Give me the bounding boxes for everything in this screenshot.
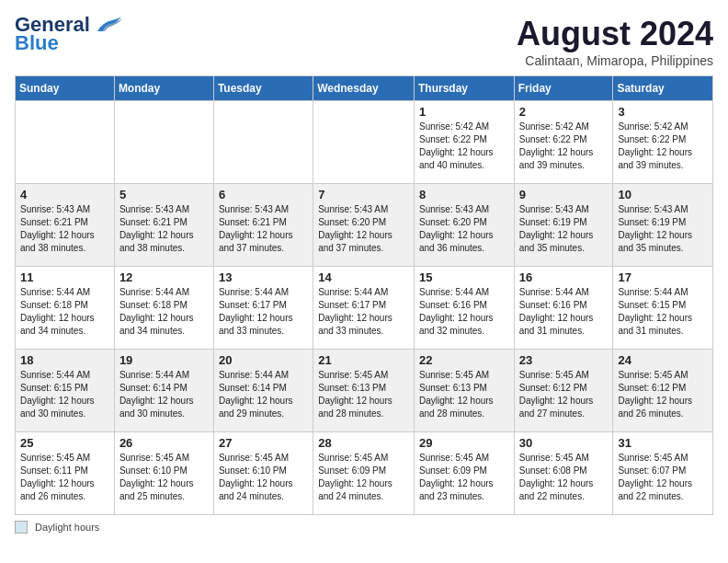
calendar-cell: 9Sunrise: 5:43 AM Sunset: 6:19 PM Daylig…: [514, 184, 613, 267]
calendar-cell: 18Sunrise: 5:44 AM Sunset: 6:15 PM Dayli…: [16, 350, 115, 432]
day-header-friday: Friday: [514, 76, 613, 101]
day-number: 9: [519, 188, 609, 201]
calendar-cell: 13Sunrise: 5:44 AM Sunset: 6:17 PM Dayli…: [213, 267, 313, 350]
calendar-cell: 12Sunrise: 5:44 AM Sunset: 6:18 PM Dayli…: [114, 267, 213, 350]
day-number: 26: [119, 436, 209, 450]
day-number: 2: [519, 105, 609, 119]
month-year-title: August 2024: [517, 15, 713, 53]
calendar-week-row: 18Sunrise: 5:44 AM Sunset: 6:15 PM Dayli…: [16, 350, 713, 432]
legend-box: [15, 521, 28, 534]
calendar-cell: [114, 101, 213, 184]
calendar-week-row: 25Sunrise: 5:45 AM Sunset: 6:11 PM Dayli…: [16, 432, 713, 515]
day-number: 4: [20, 188, 109, 201]
day-info: Sunrise: 5:45 AM Sunset: 6:12 PM Dayligh…: [618, 369, 708, 420]
calendar-week-row: 11Sunrise: 5:44 AM Sunset: 6:18 PM Dayli…: [16, 267, 713, 350]
calendar-cell: 3Sunrise: 5:42 AM Sunset: 6:22 PM Daylig…: [613, 101, 713, 184]
calendar-cell: 25Sunrise: 5:45 AM Sunset: 6:11 PM Dayli…: [16, 432, 115, 515]
day-info: Sunrise: 5:42 AM Sunset: 6:22 PM Dayligh…: [519, 121, 609, 172]
calendar-cell: 21Sunrise: 5:45 AM Sunset: 6:13 PM Dayli…: [313, 350, 415, 432]
day-info: Sunrise: 5:43 AM Sunset: 6:19 PM Dayligh…: [618, 203, 708, 255]
calendar-cell: [313, 101, 415, 184]
day-info: Sunrise: 5:44 AM Sunset: 6:17 PM Dayligh…: [318, 286, 409, 338]
legend-label: Daylight hours: [35, 522, 99, 533]
calendar-cell: 7Sunrise: 5:43 AM Sunset: 6:20 PM Daylig…: [313, 184, 415, 267]
calendar-cell: 2Sunrise: 5:42 AM Sunset: 6:22 PM Daylig…: [514, 101, 613, 184]
day-number: 24: [618, 353, 708, 367]
day-number: 5: [119, 188, 209, 201]
calendar-cell: 8Sunrise: 5:43 AM Sunset: 6:20 PM Daylig…: [414, 184, 514, 267]
day-number: 30: [519, 436, 609, 450]
day-info: Sunrise: 5:42 AM Sunset: 6:22 PM Dayligh…: [618, 121, 708, 172]
day-header-tuesday: Tuesday: [213, 76, 313, 101]
day-info: Sunrise: 5:45 AM Sunset: 6:07 PM Dayligh…: [618, 452, 708, 503]
calendar-cell: 15Sunrise: 5:44 AM Sunset: 6:16 PM Dayli…: [414, 267, 514, 350]
day-number: 16: [519, 270, 609, 284]
logo-bird-icon: [94, 15, 123, 35]
logo-text-blue: Blue: [15, 31, 59, 55]
day-number: 27: [219, 436, 308, 450]
calendar-cell: 5Sunrise: 5:43 AM Sunset: 6:21 PM Daylig…: [114, 184, 213, 267]
calendar-cell: 10Sunrise: 5:43 AM Sunset: 6:19 PM Dayli…: [613, 184, 713, 267]
day-number: 22: [419, 353, 509, 367]
legend: Daylight hours: [15, 521, 713, 534]
day-number: 15: [419, 270, 509, 284]
day-info: Sunrise: 5:44 AM Sunset: 6:18 PM Dayligh…: [20, 286, 109, 338]
day-info: Sunrise: 5:42 AM Sunset: 6:22 PM Dayligh…: [419, 121, 509, 172]
day-number: 14: [318, 270, 409, 284]
calendar-cell: 30Sunrise: 5:45 AM Sunset: 6:08 PM Dayli…: [514, 432, 613, 515]
day-info: Sunrise: 5:44 AM Sunset: 6:17 PM Dayligh…: [219, 286, 308, 338]
day-info: Sunrise: 5:44 AM Sunset: 6:14 PM Dayligh…: [119, 369, 209, 420]
day-info: Sunrise: 5:43 AM Sunset: 6:20 PM Dayligh…: [318, 203, 409, 255]
calendar-cell: 26Sunrise: 5:45 AM Sunset: 6:10 PM Dayli…: [114, 432, 213, 515]
calendar-table: SundayMondayTuesdayWednesdayThursdayFrid…: [15, 75, 713, 515]
day-info: Sunrise: 5:45 AM Sunset: 6:13 PM Dayligh…: [318, 369, 409, 420]
day-number: 28: [318, 436, 409, 450]
day-info: Sunrise: 5:44 AM Sunset: 6:14 PM Dayligh…: [219, 369, 308, 420]
calendar-week-row: 4Sunrise: 5:43 AM Sunset: 6:21 PM Daylig…: [16, 184, 713, 267]
day-info: Sunrise: 5:44 AM Sunset: 6:15 PM Dayligh…: [618, 286, 708, 338]
calendar-cell: 14Sunrise: 5:44 AM Sunset: 6:17 PM Dayli…: [313, 267, 415, 350]
day-number: 8: [419, 188, 509, 201]
day-number: 7: [318, 188, 409, 201]
day-number: 20: [219, 353, 308, 367]
calendar-cell: 19Sunrise: 5:44 AM Sunset: 6:14 PM Dayli…: [114, 350, 213, 432]
day-info: Sunrise: 5:43 AM Sunset: 6:20 PM Dayligh…: [419, 203, 509, 255]
day-info: Sunrise: 5:43 AM Sunset: 6:21 PM Dayligh…: [20, 203, 109, 255]
day-number: 13: [219, 270, 308, 284]
calendar-cell: 31Sunrise: 5:45 AM Sunset: 6:07 PM Dayli…: [613, 432, 713, 515]
day-number: 1: [419, 105, 509, 119]
day-info: Sunrise: 5:45 AM Sunset: 6:09 PM Dayligh…: [419, 452, 509, 503]
day-number: 3: [618, 105, 708, 119]
calendar-cell: [213, 101, 313, 184]
day-info: Sunrise: 5:45 AM Sunset: 6:10 PM Dayligh…: [219, 452, 308, 503]
day-number: 29: [419, 436, 509, 450]
day-number: 17: [618, 270, 708, 284]
day-number: 31: [618, 436, 708, 450]
title-section: August 2024 Calintaan, Mimaropa, Philipp…: [517, 15, 713, 68]
calendar-cell: 29Sunrise: 5:45 AM Sunset: 6:09 PM Dayli…: [414, 432, 514, 515]
day-info: Sunrise: 5:44 AM Sunset: 6:15 PM Dayligh…: [20, 369, 109, 420]
day-number: 25: [20, 436, 109, 450]
calendar-cell: 20Sunrise: 5:44 AM Sunset: 6:14 PM Dayli…: [213, 350, 313, 432]
day-info: Sunrise: 5:44 AM Sunset: 6:16 PM Dayligh…: [519, 286, 609, 338]
day-info: Sunrise: 5:45 AM Sunset: 6:10 PM Dayligh…: [119, 452, 209, 503]
day-number: 18: [20, 353, 109, 367]
calendar-cell: 6Sunrise: 5:43 AM Sunset: 6:21 PM Daylig…: [213, 184, 313, 267]
calendar-week-row: 1Sunrise: 5:42 AM Sunset: 6:22 PM Daylig…: [16, 101, 713, 184]
calendar-header-row: SundayMondayTuesdayWednesdayThursdayFrid…: [16, 76, 713, 101]
day-number: 6: [219, 188, 308, 201]
day-header-wednesday: Wednesday: [313, 76, 415, 101]
day-header-saturday: Saturday: [613, 76, 713, 101]
calendar-cell: 28Sunrise: 5:45 AM Sunset: 6:09 PM Dayli…: [313, 432, 415, 515]
calendar-cell: 27Sunrise: 5:45 AM Sunset: 6:10 PM Dayli…: [213, 432, 313, 515]
calendar-cell: 4Sunrise: 5:43 AM Sunset: 6:21 PM Daylig…: [16, 184, 115, 267]
day-number: 23: [519, 353, 609, 367]
day-info: Sunrise: 5:45 AM Sunset: 6:08 PM Dayligh…: [519, 452, 609, 503]
day-info: Sunrise: 5:45 AM Sunset: 6:09 PM Dayligh…: [318, 452, 409, 503]
day-number: 10: [618, 188, 708, 201]
calendar-cell: 22Sunrise: 5:45 AM Sunset: 6:13 PM Dayli…: [414, 350, 514, 432]
day-info: Sunrise: 5:45 AM Sunset: 6:13 PM Dayligh…: [419, 369, 509, 420]
day-header-sunday: Sunday: [16, 76, 115, 101]
day-header-thursday: Thursday: [414, 76, 514, 101]
day-number: 11: [20, 270, 109, 284]
